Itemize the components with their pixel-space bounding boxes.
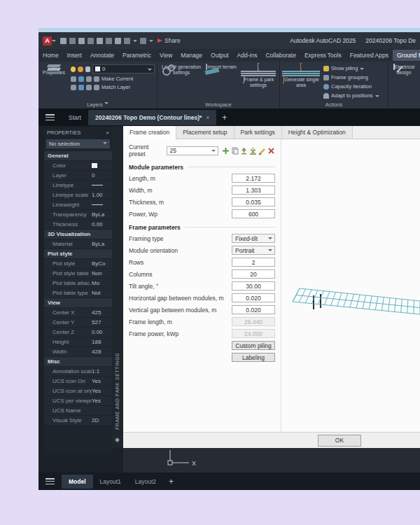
open-file-icon[interactable] <box>69 38 76 44</box>
copy-preset-icon[interactable] <box>231 147 239 155</box>
undo-caret-icon[interactable] <box>133 40 137 44</box>
plot-icon[interactable] <box>97 38 103 44</box>
app-menu-caret-icon[interactable] <box>52 40 56 44</box>
field-value[interactable]: 2 <box>232 258 275 267</box>
ribbon-tab[interactable]: Parametric <box>118 50 155 61</box>
layer-thaw-icon[interactable] <box>78 66 83 72</box>
layers-panel-footer[interactable]: Layers <box>38 100 157 108</box>
sheet-icon[interactable] <box>106 38 112 44</box>
action-item[interactable]: Show piling <box>323 64 379 73</box>
palette-properties-icon[interactable] <box>115 438 120 442</box>
menu-icon[interactable] <box>46 114 55 120</box>
ok-button[interactable]: OK <box>318 435 361 447</box>
layer-lock-icon[interactable] <box>85 66 90 72</box>
property-value[interactable]: 0 <box>92 172 110 178</box>
dialog-tab[interactable]: Frame creation <box>123 126 176 139</box>
generate-single-area-button[interactable]: Generate single area <box>281 64 321 88</box>
ribbon-tab[interactable]: Annotate <box>86 50 118 61</box>
action-item[interactable]: Adapt to positions <box>323 91 379 100</box>
field-value[interactable]: 0.020 <box>232 293 275 302</box>
field-value[interactable]: 1.303 <box>232 186 275 195</box>
drawing-canvas[interactable]: X <box>123 448 420 472</box>
ribbon-tab[interactable]: Express Tools <box>300 50 346 61</box>
ribbon-tab[interactable]: Home <box>38 50 63 61</box>
share-button[interactable]: Share <box>158 37 181 44</box>
layout-tab[interactable]: Layout1 <box>93 475 128 489</box>
field-value[interactable]: 0.020 <box>232 305 275 314</box>
property-value[interactable]: 188 <box>92 339 110 345</box>
save-as-icon[interactable] <box>88 38 94 44</box>
layout-tab[interactable]: Layout2 <box>128 475 163 489</box>
dialog-tab[interactable]: Height & Optimization <box>282 126 353 139</box>
layout-generation-settings-button[interactable]: Layout generation settings <box>160 64 202 76</box>
property-value[interactable]: 1.00 <box>92 192 110 198</box>
field-value[interactable]: 600 <box>232 209 275 218</box>
property-value[interactable]: 0.00 <box>92 329 110 335</box>
delete-preset-icon[interactable] <box>267 147 275 155</box>
property-value[interactable] <box>92 182 110 188</box>
match-layer-button[interactable]: Match Layer <box>94 84 130 90</box>
preset-select[interactable]: 25 <box>167 146 218 155</box>
layer-tool-icon[interactable] <box>78 85 84 90</box>
layer-tool-icon[interactable] <box>78 76 84 82</box>
property-value[interactable] <box>92 162 110 169</box>
frame-park-settings-button[interactable]: Frame & park settings <box>240 64 276 88</box>
ribbon-tab[interactable]: Insert <box>63 50 86 61</box>
field-value[interactable]: Custom piling <box>232 341 275 350</box>
layer-properties-button[interactable]: Layer Properties <box>40 64 68 76</box>
property-value[interactable]: ByLa <box>92 211 110 218</box>
add-layout-button[interactable]: + <box>169 477 174 486</box>
actions-panel-footer[interactable]: Actions <box>280 102 388 108</box>
layer-tool-icon[interactable] <box>71 85 76 90</box>
layer-tool-icon[interactable] <box>71 76 76 82</box>
property-value[interactable]: Non <box>92 270 110 276</box>
action-item[interactable]: Frame grouping <box>323 73 379 82</box>
property-value[interactable]: 425 <box>92 309 110 316</box>
dialog-tab[interactable]: Placement setup <box>176 126 234 139</box>
field-value[interactable]: 30.00 <box>232 281 275 290</box>
field-value[interactable]: Portrait <box>232 246 275 255</box>
new-file-icon[interactable] <box>60 38 66 44</box>
field-value[interactable]: 2.172 <box>232 174 275 183</box>
property-value[interactable]: 527 <box>92 319 110 326</box>
action-item[interactable]: Capacity iteration <box>323 82 379 91</box>
field-value[interactable]: 0.035 <box>232 197 275 206</box>
ribbon-tab[interactable]: Featured Apps <box>346 50 393 61</box>
ribbon-tab[interactable]: Collaborate <box>261 50 300 61</box>
redo-caret-icon[interactable] <box>149 40 153 44</box>
property-value[interactable]: Mo <box>92 280 110 286</box>
layer-select[interactable]: 0 <box>92 64 155 74</box>
print-icon[interactable] <box>115 38 121 44</box>
property-value[interactable]: 428 <box>92 349 110 355</box>
ribbon-tab[interactable]: Ground Mount <box>393 50 420 61</box>
dialog-title-strip[interactable]: FRAME AND PARK SETTINGS <box>112 126 123 448</box>
property-value[interactable]: Yes <box>92 398 110 404</box>
property-value[interactable]: Not <box>92 290 110 296</box>
export-preset-icon[interactable] <box>249 147 257 155</box>
add-preset-icon[interactable] <box>222 147 230 155</box>
autocad-logo-icon[interactable]: A <box>43 36 52 46</box>
palette-close-icon[interactable]: × <box>106 130 109 136</box>
property-value[interactable]: Yes <box>92 388 110 394</box>
dialog-tab[interactable]: Park settings <box>234 126 282 139</box>
workspace-panel-footer[interactable]: Workspace <box>158 102 279 108</box>
ribbon-tab[interactable]: Add-ins <box>233 50 262 61</box>
electrical-design-button[interactable]: Electrical design <box>390 64 418 76</box>
field-value[interactable]: 20 <box>232 270 275 279</box>
ribbon-tab[interactable]: Output <box>206 50 233 61</box>
new-tab-button[interactable]: + <box>222 113 227 122</box>
import-preset-icon[interactable] <box>240 147 248 155</box>
field-value[interactable]: 24.000 <box>232 329 275 338</box>
redo-icon[interactable] <box>140 38 146 44</box>
field-value[interactable]: Labeling <box>232 353 275 362</box>
tab-start[interactable]: Start <box>62 110 88 125</box>
selection-dropdown[interactable]: No selection <box>46 139 110 148</box>
import-terrain-button[interactable]: Import terrain <box>205 64 237 70</box>
layout-menu-icon[interactable] <box>46 478 55 484</box>
property-value[interactable]: ByCo <box>92 260 110 267</box>
undo-icon[interactable] <box>124 38 130 44</box>
property-value[interactable]: Yes <box>92 378 110 384</box>
property-value[interactable]: 1:1 <box>92 368 110 374</box>
rename-preset-icon[interactable] <box>258 147 266 155</box>
close-tab-icon[interactable]: × <box>206 114 209 121</box>
